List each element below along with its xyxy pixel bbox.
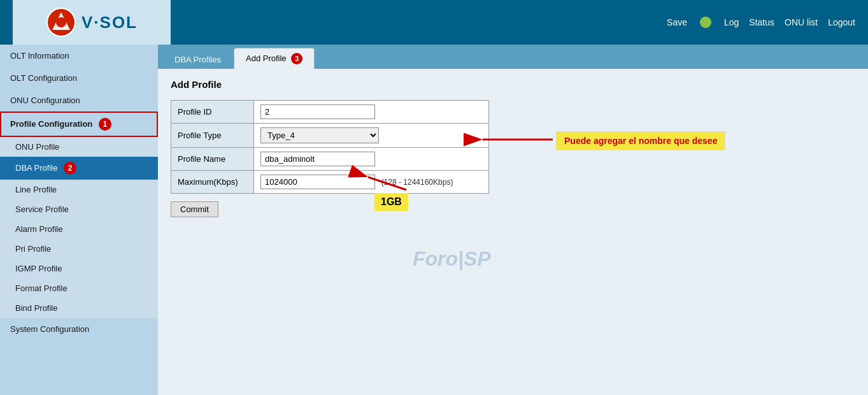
sidebar-subitem-line-profile[interactable]: Line Profile xyxy=(0,180,158,199)
profile-type-select[interactable]: Type_1 Type_2 Type_3 Type_4 Type_5 xyxy=(260,127,379,143)
sidebar-item-system-configuration[interactable]: System Configuration xyxy=(0,318,158,340)
sidebar-subitem-alarm-profile[interactable]: Alarm Profile xyxy=(0,219,158,239)
onu-list-link[interactable]: ONU list xyxy=(785,17,818,27)
commit-button[interactable]: Commit xyxy=(171,201,218,217)
sidebar-item-olt-configuration[interactable]: OLT Configuration xyxy=(0,67,158,89)
maximum-kbps-label: Maximum(Kbps) xyxy=(171,171,254,194)
svg-point-2 xyxy=(56,17,66,27)
callout-1gb-label: 1GB xyxy=(374,193,408,211)
logo-text: V·SOL xyxy=(82,13,138,32)
profile-config-badge: 1 xyxy=(99,118,111,131)
profile-id-input[interactable] xyxy=(260,104,375,119)
sidebar-item-olt-information[interactable]: OLT Information xyxy=(0,45,158,67)
tab-add-profile[interactable]: Add Profile 3 xyxy=(234,48,315,69)
watermark: Foro|SP xyxy=(413,247,491,271)
profile-name-input[interactable] xyxy=(260,152,375,166)
sidebar-item-onu-configuration[interactable]: ONU Configuration xyxy=(0,89,158,111)
header: V·SOL Save Log Status ONU list Logout xyxy=(0,0,868,45)
header-links: Log Status ONU list Logout xyxy=(724,17,855,27)
profile-name-label: Profile Name xyxy=(171,148,254,171)
header-right: Save Log Status ONU list Logout xyxy=(667,17,855,28)
maximum-kbps-input[interactable] xyxy=(260,175,375,189)
vsol-logo-icon xyxy=(46,7,76,38)
form-row-profile-id: Profile ID xyxy=(171,101,489,124)
save-label[interactable]: Save xyxy=(667,17,687,27)
profile-type-cell: Type_1 Type_2 Type_3 Type_4 Type_5 xyxy=(254,124,489,148)
profile-name-cell xyxy=(254,148,489,171)
profile-type-label: Profile Type xyxy=(171,124,254,148)
log-link[interactable]: Log xyxy=(724,17,739,27)
add-profile-form: Profile ID Profile Type Type_1 Type_2 Ty… xyxy=(171,100,489,194)
section-title: Add Profile xyxy=(171,79,855,90)
sidebar-subitem-service-profile[interactable]: Service Profile xyxy=(0,199,158,219)
form-row-profile-name: Profile Name xyxy=(171,148,489,171)
add-profile-tab-badge: 3 xyxy=(291,53,302,64)
profile-id-label: Profile ID xyxy=(171,101,254,124)
sidebar-subitem-format-profile[interactable]: Format Profile xyxy=(0,278,158,298)
maximum-kbps-cell: (128 - 1244160Kbps) xyxy=(254,171,489,194)
content-area: Add Profile Profile ID Profile Type Type… xyxy=(158,69,868,227)
tab-dba-profiles[interactable]: DBA Profiles xyxy=(163,50,232,69)
sidebar-subitem-bind-profile[interactable]: Bind Profile xyxy=(0,298,158,318)
logo-area: V·SOL xyxy=(13,0,171,45)
kbps-range-label: (128 - 1244160Kbps) xyxy=(381,178,453,187)
status-indicator xyxy=(700,17,711,28)
status-link[interactable]: Status xyxy=(749,17,774,27)
logout-link[interactable]: Logout xyxy=(828,17,855,27)
callout-name-annotation: Puede agregar el nombre que desee xyxy=(556,131,725,150)
dba-profile-badge: 2 xyxy=(64,162,76,175)
main-content: DBA Profiles Add Profile 3 Add Profile P… xyxy=(158,45,868,395)
form-row-profile-type: Profile Type Type_1 Type_2 Type_3 Type_4… xyxy=(171,124,489,148)
sidebar-subitem-onu-profile[interactable]: ONU Profile xyxy=(0,137,158,157)
layout: OLT Information OLT Configuration ONU Co… xyxy=(0,45,868,395)
sidebar: OLT Information OLT Configuration ONU Co… xyxy=(0,45,158,395)
sidebar-subitem-pri-profile[interactable]: Pri Profile xyxy=(0,239,158,259)
profile-id-cell xyxy=(254,101,489,124)
tabs-bar: DBA Profiles Add Profile 3 xyxy=(158,45,868,69)
sidebar-item-profile-configuration[interactable]: Profile Configuration 1 xyxy=(0,111,158,137)
sidebar-subitem-dba-profile[interactable]: DBA Profile 2 xyxy=(0,157,158,180)
form-row-maximum-kbps: Maximum(Kbps) (128 - 1244160Kbps) xyxy=(171,171,489,194)
sidebar-subitem-igmp-profile[interactable]: IGMP Profile xyxy=(0,259,158,278)
